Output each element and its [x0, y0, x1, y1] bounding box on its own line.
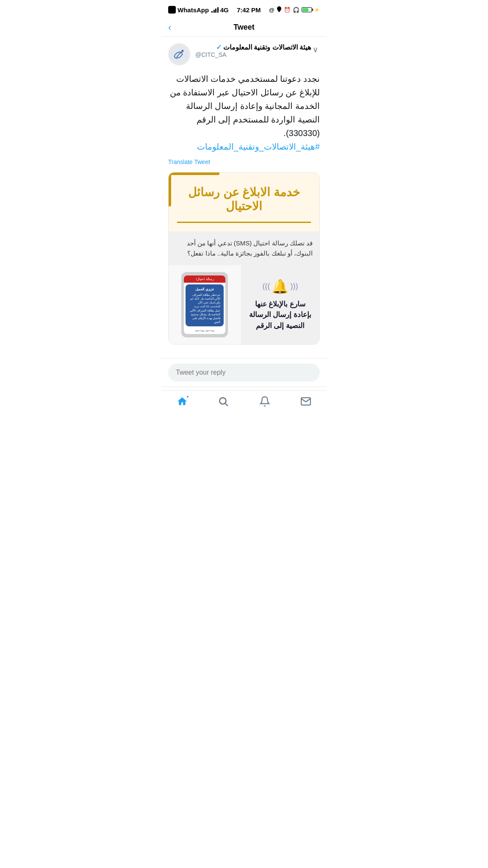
card-bottom: رسالة احتيال! عزيزي العميل تم حظر بطاقة …	[169, 265, 319, 344]
headphone-icon: 🎧	[293, 7, 299, 13]
status-right: @ ⏰ 🎧 ⚡	[269, 6, 320, 14]
phone-message-text: تم حظر بطاقة الصراف الآلي الخاصة بك. لأن…	[189, 293, 220, 324]
phone-message-bubble: عزيزي العميل تم حظر بطاقة الصراف الآلي ا…	[186, 284, 224, 326]
bell-icon: 🔔	[272, 278, 288, 295]
phone-illustration: رسالة احتيال! عزيزي العميل تم حظر بطاقة …	[169, 265, 241, 344]
tweet-text: نجدد دعوتنا لمستخدمي خدمات الاتصالات للإ…	[170, 74, 320, 138]
card-subtitle-section: قد تصلك رسالة احتيال (SMS) تدعي أنها من …	[169, 231, 319, 265]
phone-mock: رسالة احتيال! عزيزي العميل تم حظر بطاقة …	[181, 272, 228, 337]
page-title: Tweet	[233, 23, 255, 32]
more-options-button[interactable]: ∨	[311, 43, 320, 56]
phone-screen: رسالة احتيال! عزيزي العميل تم حظر بطاقة …	[184, 275, 225, 334]
reply-input[interactable]	[168, 364, 320, 381]
reply-box	[161, 358, 327, 387]
tweet-header: هيئة الاتصالات وتقنية المعلومات ✓ @CITC_…	[168, 43, 320, 65]
navigation-bar: ‹ Tweet	[161, 19, 327, 36]
svg-point-3	[182, 50, 184, 52]
translate-button[interactable]: Translate Tweet	[168, 159, 320, 165]
phone-numbers: 05***39- 05***23	[184, 328, 225, 334]
avatar	[168, 43, 190, 65]
battery-indicator	[302, 7, 312, 12]
card-subtitle-text: قد تصلك رسالة احتيال (SMS) تدعي أنها من …	[175, 238, 313, 259]
at-icon: @	[269, 7, 274, 13]
tweet-container: هيئة الاتصالات وتقنية المعلومات ✓ @CITC_…	[161, 36, 327, 358]
display-name: هيئة الاتصالات وتقنية المعلومات ✓	[195, 43, 311, 51]
nav-messages[interactable]	[300, 396, 311, 407]
card-header: خدمة الابلاغ عن رسائل الاحتيال	[169, 172, 319, 231]
card-title: خدمة الابلاغ عن رسائل الاحتيال	[177, 181, 311, 223]
verified-badge: ✓	[216, 43, 222, 51]
action-side: ((( 🔔 ))) سارع بالإبلاغ عنها بإعادة إرسا…	[241, 265, 319, 344]
tweet-hashtag[interactable]: #هيئة_الاتصالات_وتقنية_المعلومات	[197, 142, 320, 151]
status-bar: WhatsApp 4G 7:42 PM @ ⏰ 🎧 ⚡	[161, 0, 327, 19]
clock: 7:42 PM	[237, 6, 261, 14]
nav-home[interactable]	[177, 396, 188, 407]
svg-point-5	[220, 398, 226, 404]
action-text: سارع بالإبلاغ عنها بإعادة إرسال الرسالة …	[248, 299, 313, 331]
location-icon	[277, 6, 282, 14]
alarm-icon: ⏰	[284, 7, 291, 13]
bell-with-waves: ((( 🔔 )))	[262, 278, 298, 295]
charging-icon: ⚡	[314, 7, 320, 13]
back-button[interactable]: ‹	[168, 22, 171, 33]
network-type: 4G	[220, 6, 229, 14]
bottom-navigation	[161, 390, 327, 415]
user-info: هيئة الاتصالات وتقنية المعلومات ✓ @CITC_…	[195, 43, 311, 58]
phone-salutation: عزيزي العميل	[189, 287, 220, 292]
username: @CITC_SA	[195, 51, 311, 58]
signal-bars	[211, 7, 219, 13]
tweet-image-card: خدمة الابلاغ عن رسائل الاحتيال قد تصلك ر…	[168, 172, 320, 345]
status-left: WhatsApp 4G	[168, 6, 229, 14]
phone-header-red: رسالة احتيال!	[184, 275, 225, 283]
app-icon	[168, 6, 176, 14]
svg-line-6	[225, 403, 228, 406]
nav-search[interactable]	[218, 396, 229, 407]
app-name: WhatsApp	[177, 6, 209, 14]
home-notification-dot	[186, 395, 189, 398]
nav-notifications[interactable]	[259, 396, 270, 407]
tweet-body: نجدد دعوتنا لمستخدمي خدمات الاتصالات للإ…	[168, 72, 320, 153]
